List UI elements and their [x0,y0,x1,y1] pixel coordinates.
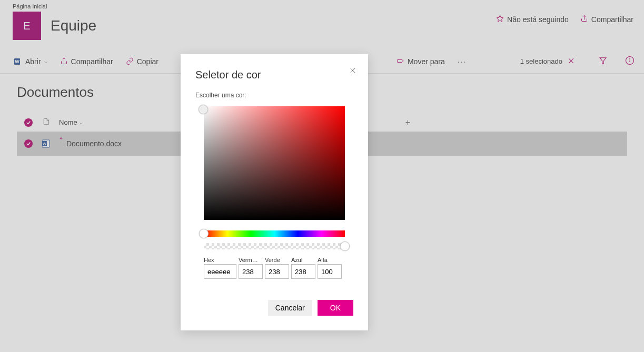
alpha-thumb[interactable] [340,242,350,251]
sv-thumb[interactable] [199,105,208,114]
dialog-subtitle: Escolher uma cor: [195,92,353,99]
hue-slider[interactable] [204,230,345,237]
hex-input[interactable] [204,264,236,279]
dialog-close-button[interactable] [349,67,356,76]
alpha-label: Alfa [318,257,342,263]
ok-button[interactable]: OK [318,300,353,316]
green-input[interactable] [265,264,289,279]
alpha-slider[interactable] [204,243,345,249]
hex-label: Hex [204,257,236,263]
blue-label: Azul [291,257,315,263]
saturation-value-picker[interactable] [204,106,345,220]
hue-thumb[interactable] [199,229,209,238]
alpha-input[interactable] [318,264,342,279]
dialog-title: Seletor de cor [195,69,353,81]
blue-input[interactable] [291,264,315,279]
color-picker-dialog: Seletor de cor Escolher uma cor: Hex Ver… [181,54,368,330]
green-label: Verde [265,257,289,263]
red-label: Verm… [239,257,263,263]
cancel-button[interactable]: Cancelar [268,300,312,316]
red-input[interactable] [239,264,263,279]
